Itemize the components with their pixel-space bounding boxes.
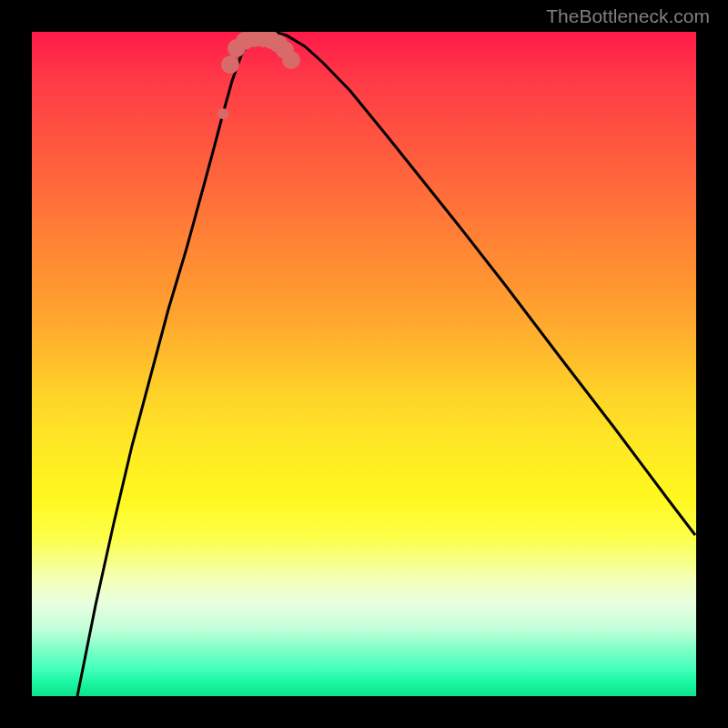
chart-svg: [32, 32, 696, 696]
red-dot: [221, 56, 239, 74]
red-dot-series: [217, 32, 300, 119]
chart-frame: TheBottleneck.com: [0, 0, 728, 728]
red-dot: [217, 108, 228, 119]
red-dot: [282, 51, 300, 69]
watermark-text: TheBottleneck.com: [546, 5, 710, 27]
bottleneck-curve: [77, 33, 695, 696]
